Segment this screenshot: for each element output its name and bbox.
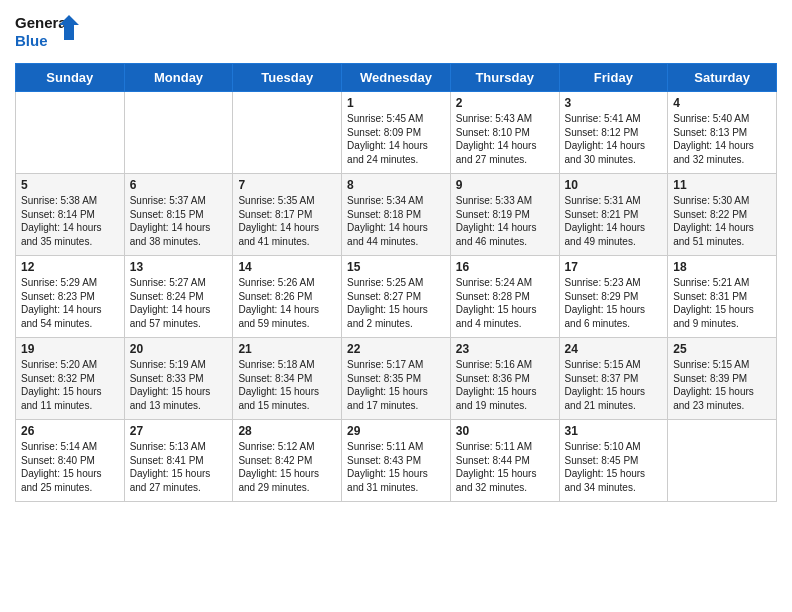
day-number: 30 <box>456 424 554 438</box>
day-number: 8 <box>347 178 445 192</box>
weekday-header-saturday: Saturday <box>668 64 777 92</box>
weekday-header-friday: Friday <box>559 64 668 92</box>
day-number: 15 <box>347 260 445 274</box>
day-cell-3: 3Sunrise: 5:41 AM Sunset: 8:12 PM Daylig… <box>559 92 668 174</box>
day-number: 28 <box>238 424 336 438</box>
day-info: Sunrise: 5:21 AM Sunset: 8:31 PM Dayligh… <box>673 276 771 330</box>
day-cell-31: 31Sunrise: 5:10 AM Sunset: 8:45 PM Dayli… <box>559 420 668 502</box>
day-cell-18: 18Sunrise: 5:21 AM Sunset: 8:31 PM Dayli… <box>668 256 777 338</box>
day-info: Sunrise: 5:11 AM Sunset: 8:43 PM Dayligh… <box>347 440 445 494</box>
day-info: Sunrise: 5:19 AM Sunset: 8:33 PM Dayligh… <box>130 358 228 412</box>
day-cell-25: 25Sunrise: 5:15 AM Sunset: 8:39 PM Dayli… <box>668 338 777 420</box>
day-info: Sunrise: 5:17 AM Sunset: 8:35 PM Dayligh… <box>347 358 445 412</box>
day-number: 26 <box>21 424 119 438</box>
day-cell-28: 28Sunrise: 5:12 AM Sunset: 8:42 PM Dayli… <box>233 420 342 502</box>
weekday-header-thursday: Thursday <box>450 64 559 92</box>
week-row-5: 26Sunrise: 5:14 AM Sunset: 8:40 PM Dayli… <box>16 420 777 502</box>
day-cell-26: 26Sunrise: 5:14 AM Sunset: 8:40 PM Dayli… <box>16 420 125 502</box>
day-info: Sunrise: 5:43 AM Sunset: 8:10 PM Dayligh… <box>456 112 554 166</box>
weekday-header-monday: Monday <box>124 64 233 92</box>
day-info: Sunrise: 5:16 AM Sunset: 8:36 PM Dayligh… <box>456 358 554 412</box>
day-number: 23 <box>456 342 554 356</box>
day-cell-7: 7Sunrise: 5:35 AM Sunset: 8:17 PM Daylig… <box>233 174 342 256</box>
day-info: Sunrise: 5:35 AM Sunset: 8:17 PM Dayligh… <box>238 194 336 248</box>
week-row-4: 19Sunrise: 5:20 AM Sunset: 8:32 PM Dayli… <box>16 338 777 420</box>
day-cell-9: 9Sunrise: 5:33 AM Sunset: 8:19 PM Daylig… <box>450 174 559 256</box>
day-info: Sunrise: 5:15 AM Sunset: 8:37 PM Dayligh… <box>565 358 663 412</box>
day-cell-14: 14Sunrise: 5:26 AM Sunset: 8:26 PM Dayli… <box>233 256 342 338</box>
day-number: 20 <box>130 342 228 356</box>
day-info: Sunrise: 5:20 AM Sunset: 8:32 PM Dayligh… <box>21 358 119 412</box>
week-row-2: 5Sunrise: 5:38 AM Sunset: 8:14 PM Daylig… <box>16 174 777 256</box>
day-cell-6: 6Sunrise: 5:37 AM Sunset: 8:15 PM Daylig… <box>124 174 233 256</box>
day-info: Sunrise: 5:14 AM Sunset: 8:40 PM Dayligh… <box>21 440 119 494</box>
day-cell-30: 30Sunrise: 5:11 AM Sunset: 8:44 PM Dayli… <box>450 420 559 502</box>
day-number: 6 <box>130 178 228 192</box>
day-cell-22: 22Sunrise: 5:17 AM Sunset: 8:35 PM Dayli… <box>342 338 451 420</box>
header: General Blue <box>15 10 777 55</box>
day-number: 13 <box>130 260 228 274</box>
day-cell-15: 15Sunrise: 5:25 AM Sunset: 8:27 PM Dayli… <box>342 256 451 338</box>
day-cell-20: 20Sunrise: 5:19 AM Sunset: 8:33 PM Dayli… <box>124 338 233 420</box>
day-number: 2 <box>456 96 554 110</box>
day-number: 24 <box>565 342 663 356</box>
day-info: Sunrise: 5:29 AM Sunset: 8:23 PM Dayligh… <box>21 276 119 330</box>
day-cell-29: 29Sunrise: 5:11 AM Sunset: 8:43 PM Dayli… <box>342 420 451 502</box>
day-number: 18 <box>673 260 771 274</box>
day-number: 17 <box>565 260 663 274</box>
day-number: 12 <box>21 260 119 274</box>
day-info: Sunrise: 5:41 AM Sunset: 8:12 PM Dayligh… <box>565 112 663 166</box>
day-info: Sunrise: 5:38 AM Sunset: 8:14 PM Dayligh… <box>21 194 119 248</box>
day-number: 27 <box>130 424 228 438</box>
day-info: Sunrise: 5:37 AM Sunset: 8:15 PM Dayligh… <box>130 194 228 248</box>
calendar-table: SundayMondayTuesdayWednesdayThursdayFrid… <box>15 63 777 502</box>
logo: General Blue <box>15 10 85 55</box>
day-info: Sunrise: 5:40 AM Sunset: 8:13 PM Dayligh… <box>673 112 771 166</box>
week-row-3: 12Sunrise: 5:29 AM Sunset: 8:23 PM Dayli… <box>16 256 777 338</box>
page: General Blue SundayMondayTuesdayWednesda… <box>0 0 792 612</box>
day-number: 25 <box>673 342 771 356</box>
day-cell-12: 12Sunrise: 5:29 AM Sunset: 8:23 PM Dayli… <box>16 256 125 338</box>
day-info: Sunrise: 5:15 AM Sunset: 8:39 PM Dayligh… <box>673 358 771 412</box>
day-number: 21 <box>238 342 336 356</box>
day-info: Sunrise: 5:10 AM Sunset: 8:45 PM Dayligh… <box>565 440 663 494</box>
day-cell-27: 27Sunrise: 5:13 AM Sunset: 8:41 PM Dayli… <box>124 420 233 502</box>
day-cell-10: 10Sunrise: 5:31 AM Sunset: 8:21 PM Dayli… <box>559 174 668 256</box>
day-info: Sunrise: 5:25 AM Sunset: 8:27 PM Dayligh… <box>347 276 445 330</box>
empty-cell <box>124 92 233 174</box>
logo-svg: General Blue <box>15 10 85 55</box>
weekday-header-tuesday: Tuesday <box>233 64 342 92</box>
day-number: 1 <box>347 96 445 110</box>
day-number: 9 <box>456 178 554 192</box>
day-cell-13: 13Sunrise: 5:27 AM Sunset: 8:24 PM Dayli… <box>124 256 233 338</box>
day-info: Sunrise: 5:27 AM Sunset: 8:24 PM Dayligh… <box>130 276 228 330</box>
day-number: 3 <box>565 96 663 110</box>
day-cell-16: 16Sunrise: 5:24 AM Sunset: 8:28 PM Dayli… <box>450 256 559 338</box>
day-info: Sunrise: 5:18 AM Sunset: 8:34 PM Dayligh… <box>238 358 336 412</box>
empty-cell <box>233 92 342 174</box>
day-info: Sunrise: 5:23 AM Sunset: 8:29 PM Dayligh… <box>565 276 663 330</box>
day-cell-4: 4Sunrise: 5:40 AM Sunset: 8:13 PM Daylig… <box>668 92 777 174</box>
day-number: 14 <box>238 260 336 274</box>
day-number: 22 <box>347 342 445 356</box>
weekday-header-sunday: Sunday <box>16 64 125 92</box>
day-number: 4 <box>673 96 771 110</box>
day-number: 16 <box>456 260 554 274</box>
weekday-header-row: SundayMondayTuesdayWednesdayThursdayFrid… <box>16 64 777 92</box>
day-cell-19: 19Sunrise: 5:20 AM Sunset: 8:32 PM Dayli… <box>16 338 125 420</box>
day-number: 31 <box>565 424 663 438</box>
day-info: Sunrise: 5:26 AM Sunset: 8:26 PM Dayligh… <box>238 276 336 330</box>
day-number: 10 <box>565 178 663 192</box>
day-cell-11: 11Sunrise: 5:30 AM Sunset: 8:22 PM Dayli… <box>668 174 777 256</box>
day-info: Sunrise: 5:34 AM Sunset: 8:18 PM Dayligh… <box>347 194 445 248</box>
day-cell-8: 8Sunrise: 5:34 AM Sunset: 8:18 PM Daylig… <box>342 174 451 256</box>
day-info: Sunrise: 5:11 AM Sunset: 8:44 PM Dayligh… <box>456 440 554 494</box>
empty-cell <box>16 92 125 174</box>
day-number: 19 <box>21 342 119 356</box>
day-cell-23: 23Sunrise: 5:16 AM Sunset: 8:36 PM Dayli… <box>450 338 559 420</box>
svg-text:Blue: Blue <box>15 32 48 49</box>
day-info: Sunrise: 5:24 AM Sunset: 8:28 PM Dayligh… <box>456 276 554 330</box>
day-number: 29 <box>347 424 445 438</box>
day-cell-2: 2Sunrise: 5:43 AM Sunset: 8:10 PM Daylig… <box>450 92 559 174</box>
day-cell-21: 21Sunrise: 5:18 AM Sunset: 8:34 PM Dayli… <box>233 338 342 420</box>
